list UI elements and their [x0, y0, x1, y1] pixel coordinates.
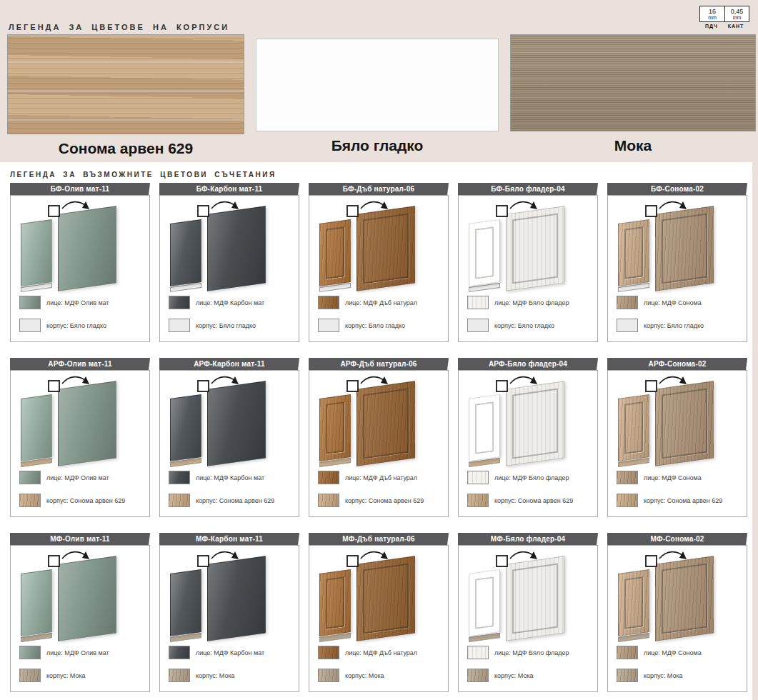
combination-card-body: лице: МДФ Олив мат корпус: Сонома арвен … — [10, 370, 150, 517]
door-panel-small — [618, 569, 649, 636]
door-illustration — [459, 196, 597, 293]
body-swatch — [467, 319, 489, 332]
door-illustration — [459, 371, 597, 468]
face-label: лице: МДФ Дъб натурал — [345, 299, 417, 306]
body-row: корпус: Сонома арвен 629 — [19, 494, 125, 507]
face-label: лице: МДФ Карбон мат — [196, 649, 264, 656]
door-panel-small — [170, 394, 201, 461]
door-panel-small — [170, 569, 201, 636]
combination-card: АРФ-Бяло фладер-04 лице: МДФ Бяло фладер… — [458, 358, 598, 517]
combination-card-title: АРФ-Дъб натурал-06 — [309, 358, 449, 370]
face-swatch — [169, 646, 190, 659]
door-panel-small — [319, 219, 351, 286]
door-illustration — [608, 546, 747, 643]
combination-card-body: лице: МДФ Бяло фладер корпус: Сонома арв… — [458, 370, 598, 517]
door-panel-small — [469, 569, 500, 636]
door-panel-small — [469, 394, 500, 461]
combination-card-body: лице: МДФ Бяло фладер корпус: Мока — [458, 545, 598, 692]
face-row: лице: МДФ Бяло фладер — [467, 646, 569, 659]
combination-card-title: БФ-Сонома-02 — [607, 183, 747, 195]
door-swing-icon — [196, 198, 247, 219]
combination-card-title: МФ-Сонома-02 — [607, 533, 747, 545]
moka-label: Мока — [510, 137, 756, 154]
face-row: лице: МДФ Сонома — [617, 296, 702, 309]
door-panel-small — [319, 394, 351, 461]
face-label: лице: МДФ Бяло фладер — [494, 474, 569, 481]
body-label: корпус: Сонома арвен 629 — [46, 497, 125, 504]
door-panel-small — [618, 394, 649, 461]
door-illustration — [11, 546, 149, 643]
combination-card-title: АРФ-Карбон мат-11 — [159, 358, 299, 370]
face-swatch — [318, 296, 339, 309]
body-label: корпус: Бяло гладко — [644, 322, 704, 329]
door-swing-icon — [345, 198, 397, 219]
body-label: корпус: Мока — [196, 672, 235, 679]
door-swing-icon — [644, 198, 695, 219]
face-label: лице: МДФ Сонома — [644, 299, 702, 306]
door-illustration — [11, 196, 149, 293]
face-swatch — [169, 296, 190, 309]
body-swatch — [169, 669, 190, 682]
combination-card-title: МФ-Олив мат-11 — [10, 533, 150, 545]
body-color-sample-white: Бяло гладко — [256, 34, 499, 154]
combination-card: БФ-Олив мат-11 лице: МДФ Олив мат корпус… — [10, 183, 150, 342]
combination-card-title: АРФ-Олив мат-11 — [10, 358, 150, 370]
combination-card-body: лице: МДФ Сонома корпус: Мока — [607, 545, 747, 692]
face-swatch — [19, 296, 41, 309]
combination-card-body: лице: МДФ Дъб натурал корпус: Мока — [309, 545, 449, 692]
body-swatch — [169, 494, 190, 507]
combination-card: МФ-Бяло фладер-04 лице: МДФ Бяло фладер … — [458, 533, 598, 692]
body-row: корпус: Мока — [617, 669, 683, 682]
face-swatch — [617, 471, 638, 484]
door-panel-small — [21, 394, 52, 461]
combination-card-title: МФ-Дъб натурал-06 — [309, 533, 449, 545]
body-label: корпус: Мока — [644, 672, 683, 679]
face-label: лице: МДФ Дъб натурал — [345, 474, 417, 481]
combination-card-body: лице: МДФ Карбон мат корпус: Мока — [159, 545, 299, 692]
door-illustration — [459, 546, 597, 643]
door-illustration — [11, 371, 149, 468]
body-label: корпус: Бяло гладко — [345, 322, 405, 329]
body-row: корпус: Бяло гладко — [169, 319, 256, 332]
door-illustration — [309, 546, 448, 643]
face-label: лице: МДФ Бяло фладер — [494, 299, 569, 306]
door-panel-small — [21, 569, 52, 636]
door-illustration — [608, 371, 747, 468]
face-label: лице: МДФ Карбон мат — [196, 299, 264, 306]
face-label: лице: МДФ Сонома — [644, 649, 702, 656]
face-label: лице: МДФ Бяло фладер — [494, 649, 569, 656]
body-row: корпус: Бяло гладко — [318, 319, 405, 332]
body-swatch — [617, 669, 638, 682]
edgeband-thickness-value: 0,45 — [725, 8, 749, 15]
face-label: лице: МДФ Олив мат — [46, 474, 109, 481]
combination-card: БФ-Бяло фладер-04 лице: МДФ Бяло фладер … — [458, 183, 598, 342]
body-row: корпус: Мока — [318, 669, 384, 682]
body-swatch — [318, 669, 339, 682]
body-row: корпус: Бяло гладко — [467, 319, 554, 332]
body-color-sample-sonoma-arven: Сонома арвен 629 — [7, 34, 244, 157]
face-row: лице: МДФ Олив мат — [19, 296, 109, 309]
body-swatch — [617, 494, 638, 507]
combination-card-body: лице: МДФ Олив мат корпус: Бяло гладко — [10, 195, 150, 342]
face-row: лице: МДФ Дъб натурал — [318, 646, 417, 659]
door-illustration — [160, 196, 299, 293]
combinations-grid: БФ-Олив мат-11 лице: МДФ Олив мат корпус… — [10, 183, 747, 692]
combination-card: МФ-Сонома-02 лице: МДФ Сонома корпус: Мо… — [607, 533, 747, 692]
combinations-title: ЛЕГЕНДА ЗА ВЪЗМОЖНИТЕ ЦВЕТОВИ СЪЧЕТАНИЯ — [10, 171, 276, 179]
body-label: корпус: Сонома арвен 629 — [494, 497, 573, 504]
body-swatch — [169, 319, 190, 332]
body-label: корпус: Бяло гладко — [196, 322, 256, 329]
board-thickness-box: 16 mm — [700, 6, 724, 21]
combination-card-body: лице: МДФ Сонома корпус: Сонома арвен 62… — [607, 370, 747, 517]
white-smooth-swatch — [256, 39, 499, 131]
body-swatch — [19, 669, 41, 682]
combination-card-title: БФ-Карбон мат-11 — [159, 183, 299, 195]
door-swing-icon — [345, 373, 397, 394]
combination-card: АРФ-Карбон мат-11 лице: МДФ Карбон мат к… — [159, 358, 299, 517]
door-swing-icon — [196, 548, 247, 569]
combination-card: АРФ-Сонома-02 лице: МДФ Сонома корпус: С… — [607, 358, 747, 517]
body-row: корпус: Мока — [19, 669, 86, 682]
face-swatch — [467, 646, 489, 659]
edge-info-labels: ПДЧ КАНТ — [699, 24, 749, 29]
door-panel-small — [618, 219, 649, 286]
